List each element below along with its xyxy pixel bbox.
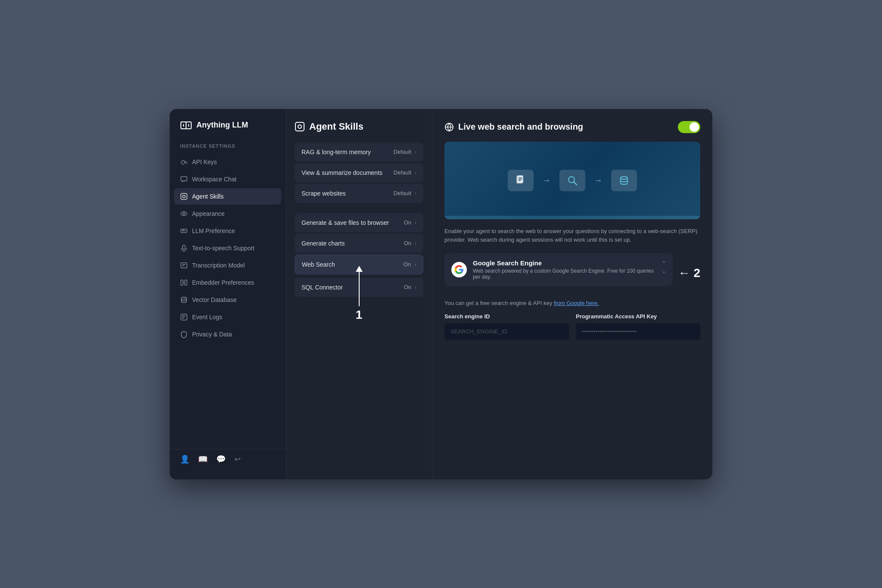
preview-arrow-1: →: [542, 175, 551, 185]
form-group-api-key: Programmatic Access API Key: [576, 313, 700, 340]
chevron-scrape-icon: ›: [415, 190, 416, 196]
skill-item-gen-files-right: On ›: [404, 219, 416, 226]
preview-icons: → →: [508, 170, 637, 191]
skill-item-sql-right: On ›: [404, 284, 416, 290]
key-icon: [180, 158, 188, 166]
sidebar-item-api-keys[interactable]: API Keys: [174, 154, 281, 170]
detail-header: Live web search and browsing: [444, 121, 700, 133]
engine-selector[interactable]: Google Search Engine Web search powered …: [444, 253, 673, 286]
skill-item-scrape[interactable]: Scrape websites Default ›: [295, 184, 423, 203]
book-bottom-icon[interactable]: 📖: [198, 454, 208, 464]
sidebar-label-agent-skills: Agent Skills: [192, 193, 224, 200]
skill-badge-sql: On: [404, 284, 411, 290]
panel-title-icon: [295, 121, 305, 132]
skill-label-scrape: Scrape websites: [301, 190, 346, 197]
google-logo: [451, 262, 467, 277]
discord-bottom-icon[interactable]: 💬: [216, 454, 226, 464]
sidebar-item-transcription[interactable]: Transcription Model: [174, 257, 281, 274]
skill-item-web-search-right: On ›: [404, 261, 416, 268]
chevron-view-icon: ›: [415, 170, 416, 176]
skill-label-gen-charts: Generate charts: [301, 240, 345, 247]
skill-label-web-search: Web Search: [302, 261, 335, 268]
app-title: Anything LLM: [196, 121, 248, 130]
preview-arrow-2: →: [594, 175, 602, 185]
chevron-web-search-icon: ›: [414, 261, 416, 268]
skill-label-view-summarize: View & summarize documents: [301, 169, 382, 176]
logo-icon: [180, 119, 192, 131]
svg-rect-26: [295, 122, 304, 131]
panel-title-text: Agent Skills: [309, 121, 363, 132]
sidebar-item-embedder[interactable]: Embedder Preferences: [174, 274, 281, 291]
skill-item-web-search[interactable]: Web Search On ›: [295, 255, 423, 274]
preview-icon-db: [611, 170, 637, 191]
logs-icon: [180, 313, 188, 321]
svg-point-8: [181, 212, 187, 215]
svg-point-9: [183, 213, 185, 215]
svg-line-34: [574, 182, 577, 185]
sidebar-label-api-keys: API Keys: [192, 159, 217, 165]
database-icon: [180, 296, 188, 304]
free-link-row: You can get a free search engine & API k…: [444, 300, 700, 306]
svg-rect-19: [185, 280, 187, 285]
chevron-rag-icon: ›: [415, 149, 416, 155]
preview-icon-docs: [508, 170, 534, 191]
skill-item-generate-files[interactable]: Generate & save files to browser On ›: [295, 213, 423, 232]
sidebar-label-privacy: Privacy & Data: [192, 331, 232, 338]
svg-rect-15: [181, 263, 187, 268]
skill-label-sql: SQL Connector: [301, 284, 343, 291]
free-link-prefix: You can get a free search engine & API k…: [444, 300, 554, 306]
skill-group-on: Generate & save files to browser On › Ge…: [295, 213, 423, 297]
sidebar-item-llm[interactable]: LLM Preference: [174, 223, 281, 239]
user-bottom-icon[interactable]: 👤: [180, 454, 189, 464]
api-key-input[interactable]: [576, 323, 700, 340]
sidebar-item-event-logs[interactable]: Event Logs: [174, 309, 281, 325]
annotation-number-1: 1: [356, 308, 363, 322]
sidebar-item-privacy[interactable]: Privacy & Data: [174, 326, 281, 342]
mic-icon: [180, 244, 188, 252]
sidebar-section-label: INSTANCE SETTINGS: [170, 143, 286, 154]
sidebar-item-agent-skills[interactable]: Agent Skills: [174, 188, 281, 205]
detail-description: Enable your agent to search the web to a…: [444, 227, 700, 245]
toggle-knob: [689, 122, 699, 132]
form-row: Search engine ID Programmatic Access API…: [444, 313, 700, 340]
engine-id-input[interactable]: [444, 323, 569, 340]
toggle-web-search[interactable]: [678, 121, 700, 133]
sidebar-label-workspace-chat: Workspace Chat: [192, 176, 236, 183]
skill-item-sql[interactable]: SQL Connector On ›: [295, 278, 423, 297]
skill-item-rag-right: Default ›: [394, 149, 416, 155]
skill-item-view-summarize[interactable]: View & summarize documents Default ›: [295, 163, 423, 182]
sidebar-item-workspace-chat[interactable]: Workspace Chat: [174, 171, 281, 187]
app-logo: Anything LLM: [170, 119, 286, 143]
skill-item-rag[interactable]: RAG & long-term memory Default ›: [295, 143, 423, 162]
skill-item-scrape-right: Default ›: [394, 190, 416, 196]
app-window: Anything LLM INSTANCE SETTINGS API Keys …: [170, 109, 712, 479]
sidebar-label-vector-db: Vector Database: [192, 296, 237, 303]
engine-chevron-icon[interactable]: ˄ ˅: [662, 260, 666, 280]
skill-item-gen-charts[interactable]: Generate charts On ›: [295, 234, 423, 253]
skills-panel: Agent Skills RAG & long-term memory Defa…: [286, 109, 432, 479]
sidebar-item-vector-db[interactable]: Vector Database: [174, 292, 281, 308]
preview-icon-search: [559, 170, 585, 191]
detail-panel: Live web search and browsing: [432, 109, 712, 479]
chat-icon: [180, 175, 188, 183]
svg-point-35: [621, 177, 627, 179]
engine-name: Google Search Engine: [473, 259, 656, 267]
skill-badge-rag: Default: [394, 149, 411, 155]
sidebar-label-embedder: Embedder Preferences: [192, 279, 254, 286]
sidebar-label-llm: LLM Preference: [192, 227, 235, 234]
skill-item-gen-charts-right: On ›: [404, 240, 416, 246]
detail-title: Live web search and browsing: [444, 122, 583, 132]
sidebar-nav: API Keys Workspace Chat Agent Skills: [170, 154, 286, 445]
sidebar-label-appearance: Appearance: [192, 210, 225, 217]
web-search-title-icon: [444, 122, 454, 132]
agent-icon: [180, 193, 188, 200]
skill-badge-scrape: Default: [394, 190, 411, 196]
undo-bottom-icon[interactable]: ↩: [234, 454, 241, 464]
sidebar-item-appearance[interactable]: Appearance: [174, 205, 281, 222]
annotation-2: ← 2: [678, 266, 700, 280]
content-area: Agent Skills RAG & long-term memory Defa…: [286, 109, 712, 479]
free-link-anchor[interactable]: from Google here.: [554, 300, 599, 306]
svg-rect-6: [181, 193, 187, 199]
sidebar-item-tts[interactable]: Text-to-speech Support: [174, 240, 281, 256]
detail-title-text: Live web search and browsing: [458, 122, 583, 132]
